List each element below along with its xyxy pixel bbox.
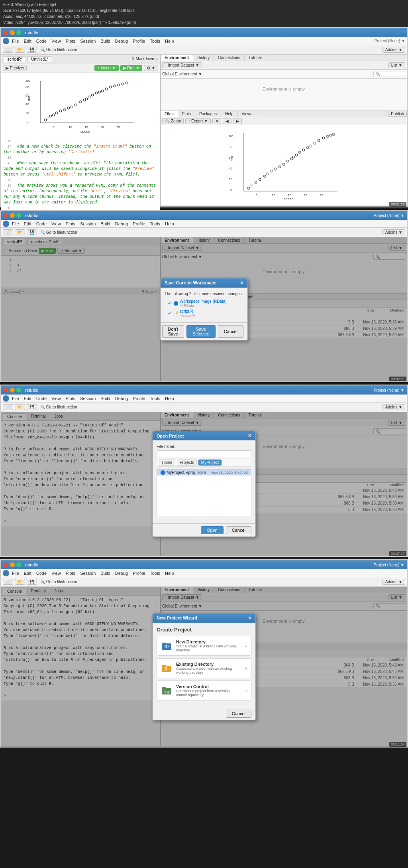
menu-code-4[interactable]: Code — [34, 570, 49, 576]
menu-plots-3[interactable]: Plots — [64, 396, 77, 401]
options-btn-1[interactable]: ⚙ ▼ — [144, 65, 158, 71]
open-btn-4[interactable]: 📂 — [15, 579, 25, 585]
menu-build-1[interactable]: Build — [98, 38, 112, 44]
menu-edit-4[interactable]: Edit — [22, 570, 33, 576]
min-btn-4[interactable] — [10, 562, 15, 567]
menu-profile-2[interactable]: Profile — [131, 221, 147, 227]
menu-debug-2[interactable]: Debug — [113, 221, 130, 227]
menu-build-4[interactable]: Build — [98, 570, 112, 576]
fb-projects-btn-3[interactable]: Projects — [177, 460, 197, 466]
menu-view-4[interactable]: View — [49, 570, 63, 576]
menu-tools-2[interactable]: Tools — [148, 221, 162, 227]
run-btn-1[interactable]: ▶ Run ▼ — [120, 65, 143, 71]
fb-home-btn-3[interactable]: Home — [159, 460, 175, 466]
max-btn-3[interactable] — [16, 388, 21, 393]
menu-plots-4[interactable]: Plots — [64, 570, 77, 576]
plots-tab-1[interactable]: Plots — [178, 111, 195, 117]
cancel-btn-3[interactable]: Cancel — [226, 526, 251, 534]
menu-tools-1[interactable]: Tools — [148, 38, 162, 44]
dialog-close-3[interactable]: ✕ — [248, 433, 251, 438]
help-tab-1[interactable]: Help — [221, 111, 238, 117]
menu-session-3[interactable]: Session — [78, 396, 98, 401]
new-directory-option[interactable]: R + New Directory Start a project in a b… — [157, 636, 251, 656]
menu-plots-1[interactable]: Plots — [64, 38, 77, 44]
min-btn-3[interactable] — [10, 388, 15, 393]
menu-tools-4[interactable]: Tools — [148, 570, 162, 576]
fb-item-3-0[interactable]: 🔵 MyProject.Rproj 205 B Nov 16, 2020, 5:… — [157, 470, 251, 475]
open-btn-2[interactable]: 📂 — [15, 229, 25, 235]
menu-file-4[interactable]: File — [10, 570, 21, 576]
next-plot-btn-1[interactable]: ▶ — [233, 118, 242, 124]
menu-edit-2[interactable]: Edit — [22, 221, 33, 227]
menu-file-2[interactable]: File — [10, 221, 21, 227]
import-btn-1[interactable]: ↓ Import Dataset ▼ — [162, 62, 202, 68]
insert-btn-1[interactable]: + Insert ▼ — [94, 65, 118, 71]
tutorial-tab-1[interactable]: Tutorial — [245, 55, 266, 61]
menu-file-3[interactable]: File — [10, 396, 21, 401]
menu-edit-1[interactable]: Edit — [22, 38, 33, 44]
menu-file-1[interactable]: File — [10, 38, 21, 44]
dialog-close-2[interactable]: ✕ — [240, 280, 243, 286]
dont-save-btn[interactable]: Don't Save — [162, 325, 184, 338]
conn-tab-1[interactable]: Connections — [214, 55, 245, 61]
cancel-btn-4[interactable]: Cancel — [226, 710, 251, 718]
min-btn-1[interactable] — [10, 30, 15, 35]
new-file-btn-2[interactable]: ⬜ — [3, 229, 13, 235]
preview-btn-1[interactable]: ▶ Preview — [3, 65, 27, 71]
menu-session-1[interactable]: Session — [78, 38, 98, 44]
menu-debug-3[interactable]: Debug — [113, 396, 130, 401]
menu-profile-1[interactable]: Profile — [131, 38, 147, 44]
version-control-option[interactable]: ⇕ git Version Control Checkout a project… — [157, 681, 251, 700]
prev-plot-btn-1[interactable]: ◀ — [223, 118, 231, 124]
addins-btn-3[interactable]: Addins ▼ — [382, 404, 405, 410]
close-btn-3[interactable] — [4, 388, 8, 393]
menu-code-2[interactable]: Code — [34, 221, 49, 227]
existing-directory-option[interactable]: R Existing Directory Associate a project… — [157, 658, 251, 678]
new-file-btn-1[interactable]: ⬜ — [3, 47, 13, 53]
save-btn-3[interactable]: 💾 — [27, 404, 37, 410]
menu-help-1[interactable]: Help — [163, 38, 176, 44]
open-btn-1[interactable]: 📂 — [15, 47, 25, 53]
menu-help-3[interactable]: Help — [163, 396, 176, 401]
menu-code-1[interactable]: Code — [34, 38, 49, 44]
menu-build-3[interactable]: Build — [98, 396, 112, 401]
publish-btn-1[interactable]: Publish — [388, 111, 407, 117]
env-search-1[interactable] — [373, 71, 405, 77]
close-btn-2[interactable] — [4, 213, 8, 218]
menu-profile-4[interactable]: Profile — [131, 570, 147, 576]
addins-btn-4[interactable]: Addins ▼ — [382, 579, 405, 585]
dialog-close-4[interactable]: ✕ — [248, 615, 251, 621]
close-btn-4[interactable] — [4, 562, 8, 567]
close-btn-1[interactable] — [4, 30, 8, 35]
menu-view-3[interactable]: View — [49, 396, 63, 401]
save-btn-2[interactable]: 💾 — [27, 229, 37, 235]
menu-session-2[interactable]: Session — [78, 221, 98, 227]
menu-help-2[interactable]: Help — [163, 221, 176, 227]
max-btn-4[interactable] — [16, 562, 21, 567]
clear-plot-btn-1[interactable]: ✕ — [212, 118, 221, 124]
file-name-input-3[interactable] — [157, 450, 251, 457]
new-file-btn-4[interactable]: ⬜ — [3, 579, 13, 585]
tab-untitled-1[interactable]: Untitled1* — [27, 56, 52, 62]
menu-view-1[interactable]: View — [49, 38, 63, 44]
menu-tools-3[interactable]: Tools — [148, 396, 162, 401]
hist-tab-1[interactable]: History — [193, 55, 214, 61]
max-btn-1[interactable] — [16, 30, 21, 35]
menu-edit-3[interactable]: Edit — [22, 396, 33, 401]
zoom-btn-1[interactable]: 🔍 Zoom — [162, 118, 184, 124]
menu-view-2[interactable]: View — [49, 221, 63, 227]
packages-tab-1[interactable]: Packages — [195, 111, 221, 117]
addins-btn-1[interactable]: Addins ▼ — [382, 47, 405, 53]
fb-myproject-btn-3[interactable]: MyProject — [198, 460, 222, 466]
menu-plots-2[interactable]: Plots — [64, 221, 77, 227]
open-btn-3[interactable]: Open — [201, 526, 224, 534]
save-selected-btn[interactable]: Save Selected — [186, 325, 216, 338]
menu-help-4[interactable]: Help — [163, 570, 176, 576]
save-btn-1[interactable]: 💾 — [27, 47, 37, 53]
menu-debug-4[interactable]: Debug — [113, 570, 130, 576]
addins-btn-2[interactable]: Addins ▼ — [382, 229, 405, 235]
menu-code-3[interactable]: Code — [34, 396, 49, 401]
tab-scriptR-1[interactable]: scriptR* — [4, 56, 26, 62]
new-file-btn-3[interactable]: ⬜ — [3, 404, 13, 410]
env-tab-1[interactable]: Environment — [161, 55, 193, 61]
